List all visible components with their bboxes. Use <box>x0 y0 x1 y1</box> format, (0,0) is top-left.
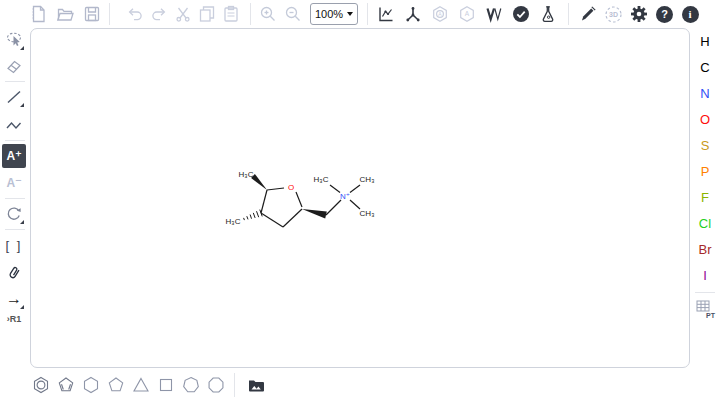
atom-label-methyl[interactable]: H₃C <box>314 175 329 184</box>
help-label: ? <box>661 8 668 20</box>
drawing-canvas[interactable]: H₃C O H₃C H₃C CH₃ N⁺ CH₃ <box>30 28 690 368</box>
bond[interactable] <box>267 188 284 190</box>
pen-icon <box>578 4 598 24</box>
template-cyclooctane-button[interactable] <box>203 373 228 397</box>
element-o-button[interactable]: O <box>693 108 717 131</box>
single-bond-button[interactable] <box>2 85 26 109</box>
template-cycloheptane-button[interactable] <box>178 373 203 397</box>
redo-button[interactable] <box>147 2 171 26</box>
bond[interactable] <box>350 185 360 193</box>
element-n-button[interactable]: N <box>693 82 717 105</box>
new-document-button[interactable] <box>26 2 50 26</box>
reaction-arrow-button[interactable]: → <box>2 287 26 311</box>
calculate-cip-button[interactable] <box>482 2 506 26</box>
element-i-button[interactable]: I <box>693 264 717 287</box>
template-cyclohexane-button[interactable] <box>78 373 103 397</box>
element-c-button[interactable]: C <box>693 56 717 79</box>
bond[interactable] <box>330 185 340 193</box>
element-cl-button[interactable]: Cl <box>693 212 717 235</box>
rgroup-button[interactable]: ›R1 <box>2 311 26 327</box>
aromatize-button[interactable]: A <box>428 2 452 26</box>
layout-button[interactable] <box>374 2 398 26</box>
molecule[interactable]: H₃C O H₃C H₃C CH₃ N⁺ CH₃ <box>31 29 691 369</box>
atom-label-methyl[interactable]: H₃C <box>239 170 254 179</box>
periodic-table-button[interactable]: PT <box>693 297 717 321</box>
open-folder-icon <box>55 4 75 24</box>
wedge-bond[interactable] <box>251 174 267 190</box>
hash-bond[interactable] <box>244 210 263 221</box>
eraser-button[interactable] <box>2 54 26 78</box>
divider <box>367 3 368 25</box>
atom-label-methyl[interactable]: H₃C <box>226 217 241 226</box>
save-button[interactable] <box>80 2 104 26</box>
file-group <box>26 2 104 26</box>
element-p-button[interactable]: P <box>693 160 717 183</box>
benzene-icon <box>31 375 51 395</box>
rotate-button[interactable] <box>2 202 26 226</box>
template-cyclopentadiene-button[interactable] <box>53 373 78 397</box>
clean-up-button[interactable] <box>401 2 425 26</box>
structure-group: A A <box>374 2 560 26</box>
recognize-button[interactable] <box>576 2 600 26</box>
cyclobutane-icon <box>156 375 176 395</box>
open-button[interactable] <box>53 2 77 26</box>
element-f-button[interactable]: F <box>693 186 717 209</box>
single-bond-icon <box>4 87 24 107</box>
question-mark-icon: ? <box>656 6 673 23</box>
zoom-out-button[interactable] <box>281 2 305 26</box>
copy-button[interactable] <box>195 2 219 26</box>
undo-icon <box>125 4 145 24</box>
three-d-viewer-button[interactable]: 3D <box>602 2 626 26</box>
lasso-selection-button[interactable] <box>2 28 26 52</box>
bond[interactable] <box>326 200 341 215</box>
cut-scissors-icon <box>173 4 193 24</box>
chain-button[interactable] <box>2 113 26 137</box>
bond[interactable] <box>296 192 302 207</box>
zoom-in-button[interactable] <box>256 2 280 26</box>
template-library-button[interactable] <box>243 373 268 397</box>
atom-label-oxygen[interactable]: O <box>288 183 294 192</box>
charge-minus-label: A⁻ <box>7 176 22 190</box>
edit-group <box>123 2 243 26</box>
template-cyclobutane-button[interactable] <box>153 373 178 397</box>
new-document-icon <box>28 4 48 24</box>
element-symbol: Br <box>699 242 712 257</box>
template-cyclopentane-button[interactable] <box>103 373 128 397</box>
charge-plus-button[interactable]: A⁺ <box>2 144 26 168</box>
rotate-icon <box>4 204 24 224</box>
atom-label-methyl[interactable]: CH₃ <box>360 209 375 218</box>
divider <box>5 198 25 199</box>
dearomatize-button[interactable]: A <box>455 2 479 26</box>
cut-button[interactable] <box>171 2 195 26</box>
clean-up-icon <box>403 4 423 24</box>
paste-button[interactable] <box>219 2 243 26</box>
zoom-level-dropdown[interactable]: 100% <box>310 3 358 25</box>
atom-label-nitrogen[interactable]: N⁺ <box>340 192 350 201</box>
charge-minus-button[interactable]: A⁻ <box>2 171 26 195</box>
element-s-button[interactable]: S <box>693 134 717 157</box>
element-br-button[interactable]: Br <box>693 238 717 261</box>
template-benzene-button[interactable] <box>28 373 53 397</box>
sgroup-button[interactable]: [ ] <box>2 233 26 257</box>
calculated-values-button[interactable] <box>536 2 560 26</box>
bond[interactable] <box>350 200 360 209</box>
wedge-bond[interactable] <box>302 209 327 218</box>
atom-label-methyl[interactable]: CH₃ <box>360 175 375 184</box>
check-structure-button[interactable] <box>509 2 533 26</box>
undo-button[interactable] <box>123 2 147 26</box>
system-group: 3D ? i <box>576 2 702 26</box>
element-h-button[interactable]: H <box>693 30 717 53</box>
settings-button[interactable] <box>627 2 651 26</box>
zoom-out-icon <box>283 4 303 24</box>
molecule-atom-labels[interactable]: H₃C O H₃C H₃C CH₃ N⁺ CH₃ <box>226 170 375 226</box>
template-cyclopropane-button[interactable] <box>128 373 153 397</box>
element-symbol: O <box>700 112 710 127</box>
attach-button[interactable] <box>2 261 26 285</box>
bond[interactable] <box>261 190 267 213</box>
help-button[interactable]: ? <box>653 2 677 26</box>
about-button[interactable]: i <box>678 2 702 26</box>
element-symbol: S <box>701 138 710 153</box>
bond[interactable] <box>283 209 302 227</box>
bond[interactable] <box>261 213 283 227</box>
reaction-arrow-label: → <box>6 290 22 308</box>
